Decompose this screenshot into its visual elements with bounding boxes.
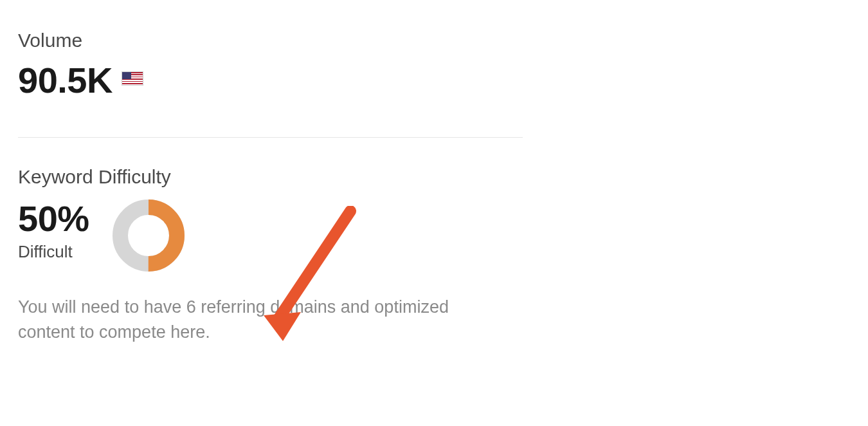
keyword-difficulty-row: 50% Difficult bbox=[18, 201, 523, 273]
difficulty-description: You will need to have 6 referring domain… bbox=[18, 295, 507, 345]
section-divider bbox=[18, 137, 523, 138]
keyword-difficulty-value: 50% bbox=[18, 201, 89, 237]
keyword-difficulty-text: 50% Difficult bbox=[18, 201, 89, 262]
volume-value-row: 90.5K bbox=[18, 59, 523, 101]
keyword-difficulty-tier: Difficult bbox=[18, 242, 89, 262]
difficulty-donut-chart bbox=[111, 198, 186, 273]
volume-section: Volume 90.5K Keyword Difficulty 50% Diff… bbox=[18, 30, 523, 345]
volume-label: Volume bbox=[18, 30, 523, 51]
us-flag-icon bbox=[122, 71, 143, 86]
keyword-difficulty-label: Keyword Difficulty bbox=[18, 166, 523, 188]
volume-value: 90.5K bbox=[18, 59, 113, 101]
